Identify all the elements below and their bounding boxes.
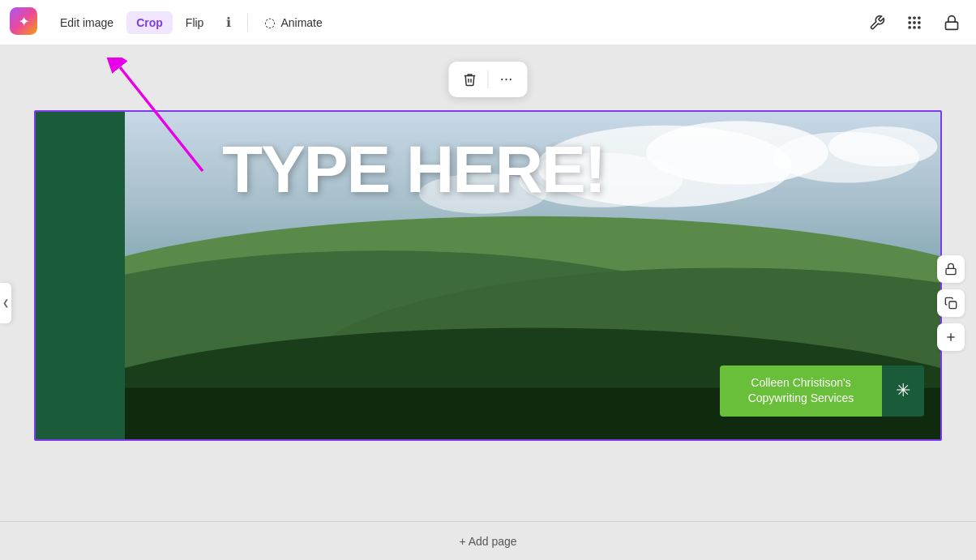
- svg-text:✦: ✦: [19, 14, 29, 28]
- svg-rect-10: [918, 26, 920, 28]
- cta-icon-block: ✳: [882, 365, 924, 417]
- add-page-bar: + Add page: [0, 521, 976, 560]
- lock-element-button[interactable]: [937, 255, 965, 283]
- left-panel-toggle[interactable]: ❮: [0, 283, 11, 323]
- nav-divider: [247, 14, 248, 32]
- svg-rect-8: [909, 26, 911, 28]
- cta-bar[interactable]: Colleen Christison's Copywriting Service…: [720, 365, 924, 417]
- cta-line1: Colleen Christison's: [739, 375, 863, 391]
- floating-toolbar: [449, 62, 528, 97]
- animate-label: Animate: [280, 16, 322, 29]
- more-options-button[interactable]: [494, 66, 520, 92]
- type-here-text[interactable]: TYPE HERE!: [222, 136, 605, 203]
- cta-line2: Copywriting Services: [739, 391, 863, 407]
- topbar-nav: Edit image Crop Flip ℹ ◌ Animate: [50, 10, 863, 35]
- topbar-right: [863, 8, 966, 37]
- share-button[interactable]: [937, 8, 966, 37]
- svg-point-13: [505, 79, 507, 80]
- canvas-area: ❮: [0, 45, 976, 560]
- image-frame[interactable]: TYPE HERE! Colleen Christison's Copywrit…: [34, 110, 942, 441]
- animate-button[interactable]: ◌ Animate: [255, 10, 332, 35]
- svg-rect-11: [946, 22, 958, 29]
- green-sidebar-block: [36, 112, 125, 439]
- right-controls: [937, 255, 965, 351]
- svg-point-12: [501, 79, 503, 80]
- canvas-container[interactable]: TYPE HERE! Colleen Christison's Copywrit…: [34, 110, 942, 441]
- apps-icon-button[interactable]: [900, 8, 929, 37]
- tools-icon-button[interactable]: [863, 8, 892, 37]
- svg-rect-16: [949, 301, 957, 309]
- svg-rect-3: [913, 16, 915, 19]
- app-logo[interactable]: ✦: [10, 7, 37, 38]
- landscape-photo: TYPE HERE! Colleen Christison's Copywrit…: [125, 112, 940, 439]
- svg-rect-7: [918, 21, 920, 24]
- svg-rect-4: [918, 16, 920, 19]
- toolbar-divider: [488, 71, 489, 88]
- svg-point-14: [510, 79, 512, 80]
- svg-rect-6: [913, 21, 915, 24]
- svg-rect-5: [909, 21, 911, 24]
- chevron-left-icon: ❮: [2, 298, 9, 307]
- svg-rect-2: [909, 16, 911, 19]
- add-page-button[interactable]: + Add page: [443, 528, 533, 554]
- cta-text-block: Colleen Christison's Copywriting Service…: [720, 365, 882, 417]
- topbar: ✦ Edit image Crop Flip ℹ ◌ Animate: [0, 0, 976, 45]
- add-element-button[interactable]: [937, 323, 965, 351]
- svg-point-23: [828, 126, 938, 166]
- flip-button[interactable]: Flip: [176, 11, 214, 34]
- delete-button[interactable]: [457, 66, 483, 92]
- duplicate-element-button[interactable]: [937, 289, 965, 317]
- edit-image-button[interactable]: Edit image: [50, 11, 123, 34]
- svg-rect-15: [946, 268, 956, 274]
- crop-button[interactable]: Crop: [126, 11, 173, 34]
- svg-rect-9: [913, 26, 915, 28]
- info-button[interactable]: ℹ: [216, 11, 241, 35]
- animate-ring-icon: ◌: [264, 15, 276, 30]
